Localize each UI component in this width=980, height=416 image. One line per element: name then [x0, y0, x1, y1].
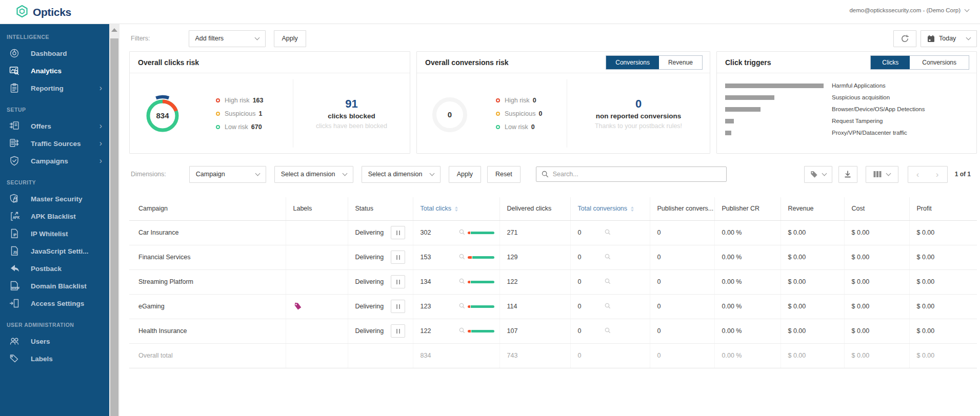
sidebar-item-campaigns[interactable]: Campaigns›	[0, 152, 109, 170]
drilldown-magnifier-icon[interactable]	[605, 278, 611, 286]
download-button[interactable]	[838, 166, 857, 183]
cost-cell: $ 0.00	[844, 319, 909, 343]
scrollbar-up-arrow[interactable]	[111, 28, 117, 32]
total-clicks-cell: 153	[413, 245, 499, 269]
date-range-button[interactable]: Today	[921, 30, 977, 47]
sidebar-item-javascript-setti[interactable]: JSJavaScript Setti...	[0, 242, 109, 260]
filters-row: Filters: Add filters Apply Today	[119, 28, 980, 49]
total-conversions-cell: 0	[570, 220, 650, 245]
sidebar-item-traffic-sources[interactable]: Traffic Sources›	[0, 135, 109, 152]
profit-cell: $ 0.00	[909, 319, 977, 343]
add-filters-select[interactable]: Add filters	[189, 30, 266, 47]
columns-icon	[873, 171, 882, 178]
columns-button[interactable]	[866, 166, 898, 183]
sidebar-item-label: Users	[31, 338, 50, 345]
delivered-clicks-cell: 107	[499, 319, 570, 343]
pause-campaign-button[interactable]	[391, 251, 405, 264]
publisher-cr-cell: 0.00 %	[714, 220, 781, 245]
drilldown-magnifier-icon[interactable]	[605, 327, 611, 335]
toggle-clicks[interactable]: Clicks	[871, 56, 910, 69]
next-page-button[interactable]: ›	[936, 170, 939, 179]
dimension-select-1[interactable]: Campaign	[189, 166, 266, 183]
legend-dot-icon	[496, 112, 500, 116]
trigger-bar	[725, 131, 731, 135]
dimensions-reset-button[interactable]: Reset	[487, 166, 521, 183]
search-input[interactable]	[553, 171, 721, 178]
overall-total-label-cell: Overall total	[129, 343, 286, 368]
prev-page-button[interactable]: ‹	[916, 170, 919, 179]
sidebar-item-master-security[interactable]: Master Security	[0, 190, 109, 207]
dimension-select-2[interactable]: Select a dimension	[274, 166, 353, 183]
refresh-button[interactable]	[893, 30, 916, 47]
sidebar-nav: INTELLIGENCEDashboardAnalyticsReporting›…	[0, 24, 109, 367]
legend-value: 670	[251, 123, 262, 131]
campaign-cell: Car Insurance	[129, 220, 286, 245]
sidebar-item-dashboard[interactable]: Dashboard	[0, 45, 109, 62]
drilldown-magnifier-icon[interactable]	[605, 229, 611, 237]
sidebar-item-reporting[interactable]: Reporting›	[0, 79, 109, 97]
pause-campaign-button[interactable]	[391, 226, 405, 239]
legend-value: 0	[531, 123, 535, 131]
sidebar-item-access-settings[interactable]: Access Settings	[0, 295, 109, 312]
chevron-right-icon: ›	[99, 122, 102, 130]
drilldown-magnifier-icon[interactable]	[605, 254, 611, 261]
column-header-total-conversions[interactable]: Total conversions	[570, 197, 650, 220]
dimension-select-3[interactable]: Select a dimension	[362, 166, 441, 183]
drilldown-magnifier-icon[interactable]	[459, 254, 465, 261]
calendar-icon	[927, 35, 935, 43]
click-triggers-title: Click triggers	[725, 58, 771, 67]
sidebar-item-ip-whitelist[interactable]: IPIP Whitelist	[0, 225, 109, 242]
sidebar-item-offers[interactable]: Offers›	[0, 117, 109, 135]
sidebar-item-labels[interactable]: Labels	[0, 350, 109, 367]
conversions-risk-card: Overall conversions risk Conversions Rev…	[416, 51, 710, 154]
trigger-label: Proxy/VPN/Datacenter traffic	[832, 130, 907, 136]
publisher-cr-cell: 0.00 %	[714, 269, 781, 294]
pause-campaign-button[interactable]	[391, 300, 405, 313]
toggle-conversions[interactable]: Conversions	[606, 56, 659, 69]
chevron-right-icon: ›	[99, 84, 102, 92]
sidebar-item-apk-blacklist[interactable]: APKAPK Blacklist	[0, 207, 109, 225]
overall-total-value-cell: $ 0.00	[909, 343, 977, 368]
drilldown-magnifier-icon[interactable]	[459, 303, 465, 310]
user-menu[interactable]: demo@optickssecurity.com - (Demo Corp)	[849, 7, 969, 13]
dimensions-apply-button[interactable]: Apply	[449, 166, 481, 183]
clicks-blocked-summary: 91 clicks blocked clicks have been block…	[293, 79, 410, 148]
campaign-label-tag-icon[interactable]	[293, 302, 303, 313]
opticks-logo[interactable]: Opticks	[15, 5, 71, 20]
toggle-revenue[interactable]: Revenue	[659, 56, 702, 69]
click-risk-mini-bar	[468, 330, 494, 332]
drilldown-magnifier-icon[interactable]	[459, 327, 465, 335]
sidebar-scrollbar	[109, 24, 119, 416]
labels-filter-button[interactable]	[804, 166, 832, 183]
click-triggers-card: Click triggers Clicks Conversions Harmfu…	[716, 51, 977, 154]
js-file-icon: JS	[8, 245, 21, 257]
drilldown-magnifier-icon[interactable]	[459, 278, 465, 286]
toggle-conversions[interactable]: Conversions	[910, 56, 969, 69]
column-header-total-clicks[interactable]: Total clicks	[413, 197, 499, 220]
sidebar-item-users[interactable]: Users	[0, 332, 109, 350]
click-risk-mini-bar	[468, 281, 494, 283]
table-header-row: CampaignLabelsStatusTotal clicksDelivere…	[129, 197, 977, 220]
drilldown-magnifier-icon[interactable]	[459, 229, 465, 237]
legend-label: High risk	[225, 97, 250, 104]
sidebar-item-postback[interactable]: Postback	[0, 260, 109, 277]
clicks-blocked-sub: clicks have been blocked	[316, 122, 387, 130]
sort-arrows-icon	[455, 206, 458, 212]
trigger-bar	[725, 95, 774, 100]
sidebar-item-analytics[interactable]: Analytics	[0, 62, 109, 79]
status-text: Delivering	[355, 278, 384, 285]
nav-section-title: SECURITY	[0, 170, 109, 190]
pause-campaign-button[interactable]	[391, 324, 405, 338]
status-text: Delivering	[355, 229, 384, 236]
refresh-icon	[901, 34, 909, 43]
campaign-cell: Financial Services	[129, 245, 286, 269]
filters-apply-button[interactable]: Apply	[274, 30, 306, 47]
conversions-risk-legend: High risk0Suspicious0Low risk0	[496, 97, 567, 131]
sidebar-item-domain-blacklist[interactable]: WWWDomain Blacklist	[0, 277, 109, 295]
logo-text: Opticks	[33, 6, 71, 18]
scrollbar-thumb[interactable]	[110, 38, 118, 416]
svg-text:APK: APK	[13, 216, 20, 219]
drilldown-magnifier-icon[interactable]	[605, 303, 611, 310]
pause-campaign-button[interactable]	[391, 275, 405, 288]
shield-check-icon	[8, 155, 21, 167]
